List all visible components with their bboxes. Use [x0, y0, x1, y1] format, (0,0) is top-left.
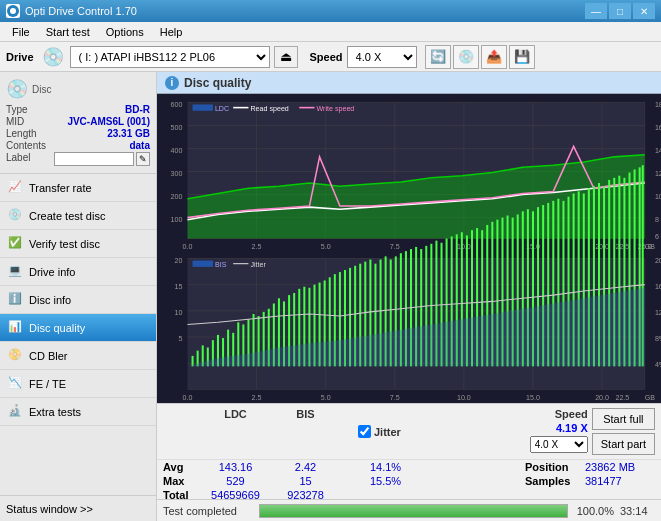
sidebar-item-transfer-rate[interactable]: 📈 Transfer rate [0, 174, 156, 202]
minimize-button[interactable]: — [585, 3, 607, 19]
svg-text:500: 500 [171, 123, 183, 132]
drive-toolbar: Drive 💿 ( I: ) ATAPI iHBS112 2 PL06 ⏏ Sp… [0, 42, 661, 72]
save-button[interactable]: 💾 [509, 45, 535, 69]
sidebar-item-disc-info[interactable]: ℹ️ Disc info [0, 286, 156, 314]
svg-text:12%: 12% [655, 308, 661, 317]
sidebar-item-label: Drive info [29, 266, 75, 278]
transfer-rate-icon: 📈 [8, 180, 24, 196]
mid-val: JVC-AMS6L (001) [67, 116, 150, 127]
disc-quality-header-icon: i [165, 76, 179, 90]
drive-icon: 💿 [42, 46, 64, 68]
type-key: Type [6, 104, 28, 115]
svg-text:Jitter: Jitter [250, 260, 266, 269]
progress-bar-fill [260, 505, 567, 517]
eject-button[interactable]: ⏏ [274, 46, 298, 68]
menubar: File Start test Options Help [0, 22, 661, 42]
contents-key: Contents [6, 140, 46, 151]
maximize-button[interactable]: □ [609, 3, 631, 19]
export-button[interactable]: 📤 [481, 45, 507, 69]
sidebar-item-label: Verify test disc [29, 238, 100, 250]
disc-icon: 💿 [6, 78, 28, 100]
speed-label: Speed [310, 51, 343, 63]
status-window-button[interactable]: Status window >> [0, 495, 156, 521]
sidebar-item-create-test-disc[interactable]: 💿 Create test disc [0, 202, 156, 230]
disc-quality-chart: 600 500 400 300 200 100 18 X 16 X 14 X 1… [157, 94, 661, 403]
position-val: 23862 MB [585, 461, 655, 473]
speed-val: 4.19 X [556, 422, 588, 434]
charts-area: 600 500 400 300 200 100 18 X 16 X 14 X 1… [157, 94, 661, 403]
max-ldc: 529 [198, 475, 273, 487]
svg-text:20: 20 [174, 256, 182, 265]
refresh-button[interactable]: 🔄 [425, 45, 451, 69]
sidebar-nav: 📈 Transfer rate 💿 Create test disc ✅ Ver… [0, 174, 156, 495]
label-input[interactable] [54, 152, 134, 166]
svg-text:5: 5 [178, 334, 182, 343]
disc-panel-label: Disc [32, 84, 51, 95]
length-key: Length [6, 128, 37, 139]
sidebar-item-fe-te[interactable]: 📉 FE / TE [0, 370, 156, 398]
close-button[interactable]: ✕ [633, 3, 655, 19]
sidebar-item-label: Disc quality [29, 322, 85, 334]
sidebar-item-label: Create test disc [29, 210, 105, 222]
drive-label: Drive [6, 51, 34, 63]
sidebar-item-cd-bler[interactable]: 📀 CD Bler [0, 342, 156, 370]
fe-te-icon: 📉 [8, 376, 24, 392]
speed-label: Speed [555, 408, 588, 420]
svg-text:10.0: 10.0 [457, 242, 471, 251]
drive-select[interactable]: ( I: ) ATAPI iHBS112 2 PL06 [70, 46, 270, 68]
disc-quality-title: Disc quality [184, 76, 251, 90]
disc-label-row: Label ✎ [6, 152, 150, 166]
disc-contents-row: Contents data [6, 140, 150, 151]
disc-info-icon: ℹ️ [8, 292, 24, 308]
type-val: BD-R [125, 104, 150, 115]
svg-text:GB: GB [645, 393, 655, 402]
svg-text:2.5: 2.5 [252, 393, 262, 402]
svg-text:5.0: 5.0 [321, 393, 331, 402]
disc-quality-icon: 📊 [8, 320, 24, 336]
disc-info-header: 💿 Disc [6, 78, 150, 100]
svg-text:15.0: 15.0 [526, 393, 540, 402]
start-full-button[interactable]: Start full [592, 408, 655, 430]
svg-text:12 X: 12 X [655, 169, 661, 178]
svg-text:600: 600 [171, 99, 183, 108]
stats-bar: LDC BIS Jitter Speed 4.19 X 4.0 X [157, 403, 661, 499]
svg-rect-160 [193, 261, 213, 267]
sidebar-item-label: Extra tests [29, 406, 81, 418]
bis-header: BIS [296, 408, 314, 420]
sidebar-item-extra-tests[interactable]: 🔬 Extra tests [0, 398, 156, 426]
svg-text:8%: 8% [655, 334, 661, 343]
sidebar-item-disc-quality[interactable]: 📊 Disc quality [0, 314, 156, 342]
speed-select-sm[interactable]: 4.0 X [530, 436, 588, 453]
max-label: Max [163, 475, 198, 487]
samples-val: 381477 [585, 475, 655, 487]
svg-text:15: 15 [174, 282, 182, 291]
menu-help[interactable]: Help [152, 24, 191, 40]
label-edit-button[interactable]: ✎ [136, 152, 150, 166]
disc-mid-row: MID JVC-AMS6L (001) [6, 116, 150, 127]
avg-ldc: 143.16 [198, 461, 273, 473]
svg-text:20%: 20% [655, 256, 661, 265]
menu-options[interactable]: Options [98, 24, 152, 40]
disc-info-panel: 💿 Disc Type BD-R MID JVC-AMS6L (001) Len… [0, 72, 156, 174]
menu-start-test[interactable]: Start test [38, 24, 98, 40]
sidebar-item-drive-info[interactable]: 💻 Drive info [0, 258, 156, 286]
jitter-checkbox[interactable] [358, 425, 371, 438]
sidebar-item-label: FE / TE [29, 378, 66, 390]
svg-point-1 [10, 8, 16, 14]
svg-text:Write speed: Write speed [317, 104, 355, 113]
speed-select[interactable]: 4.0 X 2.0 X 8.0 X [347, 46, 417, 68]
svg-text:LDC: LDC [215, 104, 229, 113]
status-window-label: Status window >> [6, 503, 93, 515]
cd-bler-icon: 📀 [8, 348, 24, 364]
start-part-button[interactable]: Start part [592, 433, 655, 455]
menu-file[interactable]: File [4, 24, 38, 40]
svg-text:20.0: 20.0 [595, 242, 609, 251]
app-icon [6, 4, 20, 18]
svg-text:6 X: 6 X [655, 231, 661, 240]
sidebar-item-verify-test-disc[interactable]: ✅ Verify test disc [0, 230, 156, 258]
svg-text:GB: GB [645, 242, 655, 251]
svg-text:10.0: 10.0 [457, 393, 471, 402]
svg-text:2.5: 2.5 [252, 242, 262, 251]
svg-text:100: 100 [171, 215, 183, 224]
disc-button[interactable]: 💿 [453, 45, 479, 69]
